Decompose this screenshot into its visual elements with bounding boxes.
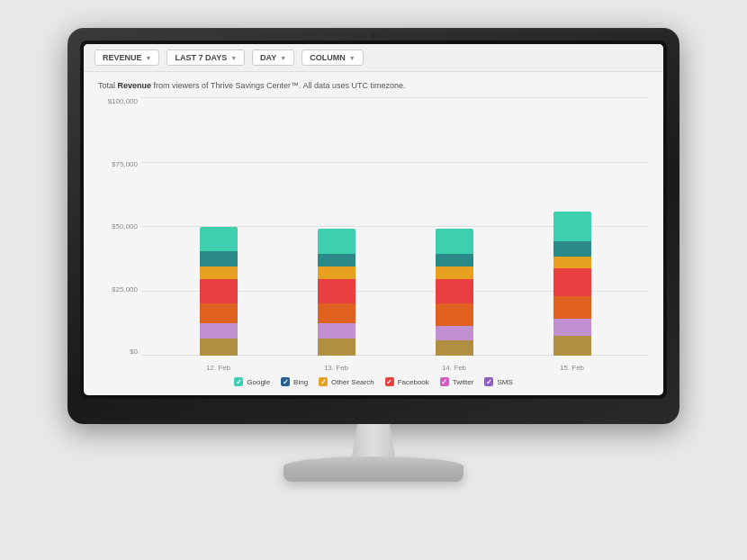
- chart-grid-bars: 12. Feb13. Feb14. Feb15. Feb: [141, 97, 649, 372]
- bar-group: [436, 229, 473, 356]
- bar-segment: [318, 339, 356, 356]
- stand-base: [284, 456, 464, 482]
- legend-item: Twitter: [440, 377, 474, 386]
- stacked-bar: [554, 212, 591, 356]
- legend-checkbox[interactable]: [440, 377, 449, 386]
- last7days-dropdown[interactable]: LAST 7 DAYS ▼: [166, 50, 245, 66]
- y-label-0: $0: [98, 348, 141, 356]
- legend-checkbox[interactable]: [484, 377, 493, 386]
- bar-segment: [554, 212, 591, 241]
- legend-item: Other Search: [319, 377, 374, 386]
- legend-checkbox[interactable]: [281, 377, 290, 386]
- monitor: REVENUE ▼ LAST 7 DAYS ▼ DAY ▼ COLUMN ▼: [68, 28, 680, 424]
- stacked-bar: [200, 227, 238, 356]
- chart-wrapper: $100,000 $75,000 $50,000 $25,000 $0: [98, 97, 649, 390]
- legend-label: SMS: [497, 378, 512, 386]
- bar-segment: [200, 303, 238, 323]
- bar-segment: [554, 296, 591, 319]
- legend-checkbox[interactable]: [319, 377, 328, 386]
- toolbar: REVENUE ▼ LAST 7 DAYS ▼ DAY ▼ COLUMN ▼: [84, 44, 663, 72]
- bar-group: [554, 212, 591, 356]
- bar-segment: [318, 229, 356, 254]
- chart-area: Total Revenue from viewers of Thrive Sav…: [84, 72, 663, 395]
- bar-segment: [554, 319, 591, 336]
- bar-segment: [200, 251, 238, 266]
- bar-segment: [436, 279, 473, 304]
- column-label: COLUMN: [310, 53, 346, 62]
- column-dropdown[interactable]: COLUMN ▼: [302, 50, 363, 66]
- bar-segment: [554, 336, 591, 356]
- legend-label: Google: [247, 378, 270, 386]
- bar-segment: [318, 279, 356, 304]
- x-label: 15. Feb: [554, 364, 591, 372]
- desc-start: Total: [98, 81, 118, 90]
- legend-item: Facebook: [385, 377, 429, 386]
- scene: REVENUE ▼ LAST 7 DAYS ▼ DAY ▼ COLUMN ▼: [58, 28, 688, 532]
- desc-bold: Revenue: [118, 81, 152, 90]
- bars-container: [141, 97, 649, 356]
- bar-segment: [436, 254, 473, 266]
- day-arrow: ▼: [280, 55, 286, 61]
- legend: GoogleBingOther SearchFacebookTwitterSMS: [98, 372, 649, 390]
- legend-item: Google: [234, 377, 270, 386]
- bar-segment: [318, 323, 356, 339]
- bar-segment: [318, 303, 356, 323]
- x-label: 12. Feb: [200, 364, 238, 372]
- bar-segment: [436, 229, 473, 254]
- column-arrow: ▼: [349, 55, 356, 61]
- y-label-75k: $75,000: [98, 160, 141, 168]
- legend-label: Twitter: [453, 378, 474, 386]
- legend-item: SMS: [484, 377, 512, 386]
- chart-description: Total Revenue from viewers of Thrive Sav…: [98, 81, 649, 90]
- bar-segment: [554, 241, 591, 257]
- x-label: 13. Feb: [318, 364, 356, 372]
- monitor-bezel: REVENUE ▼ LAST 7 DAYS ▼ DAY ▼ COLUMN ▼: [80, 41, 667, 399]
- last7days-arrow: ▼: [230, 55, 237, 61]
- bar-group: [200, 227, 238, 356]
- revenue-label: REVENUE: [103, 53, 142, 62]
- bar-segment: [200, 266, 238, 279]
- y-label-25k: $25,000: [98, 285, 141, 294]
- y-label-100k: $100,000: [98, 97, 141, 105]
- monitor-screen: REVENUE ▼ LAST 7 DAYS ▼ DAY ▼ COLUMN ▼: [84, 44, 663, 395]
- desc-end: from viewers of Thrive Savings Center™. …: [151, 81, 405, 90]
- bar-segment: [436, 326, 473, 341]
- bar-segment: [200, 279, 238, 304]
- legend-label: Bing: [293, 378, 308, 386]
- x-label: 14. Feb: [436, 364, 473, 372]
- stacked-bar: [318, 229, 356, 356]
- legend-label: Facebook: [398, 378, 429, 386]
- day-dropdown[interactable]: DAY ▼: [252, 50, 294, 66]
- bar-segment: [200, 227, 238, 252]
- revenue-arrow: ▼: [146, 55, 152, 61]
- x-labels: 12. Feb13. Feb14. Feb15. Feb: [141, 364, 649, 372]
- legend-label: Other Search: [331, 378, 374, 386]
- y-axis: $100,000 $75,000 $50,000 $25,000 $0: [98, 97, 141, 372]
- bar-segment: [436, 303, 473, 326]
- day-label: DAY: [260, 53, 276, 62]
- bar-segment: [436, 340, 473, 356]
- legend-checkbox[interactable]: [385, 377, 394, 386]
- legend-checkbox[interactable]: [234, 377, 243, 386]
- last7days-label: LAST 7 DAYS: [175, 53, 227, 62]
- bar-group: [318, 229, 356, 356]
- legend-item: Bing: [281, 377, 308, 386]
- bar-segment: [318, 266, 356, 279]
- stand-neck: [346, 424, 400, 456]
- bar-segment: [436, 266, 473, 279]
- stacked-bar: [436, 229, 473, 356]
- bar-segment: [200, 339, 238, 356]
- bar-segment: [554, 257, 591, 269]
- y-label-50k: $50,000: [98, 222, 141, 230]
- chart-inner: $100,000 $75,000 $50,000 $25,000 $0: [98, 97, 649, 372]
- bar-segment: [318, 254, 356, 266]
- revenue-dropdown[interactable]: REVENUE ▼: [94, 50, 159, 66]
- bar-segment: [554, 268, 591, 295]
- bar-segment: [200, 323, 238, 339]
